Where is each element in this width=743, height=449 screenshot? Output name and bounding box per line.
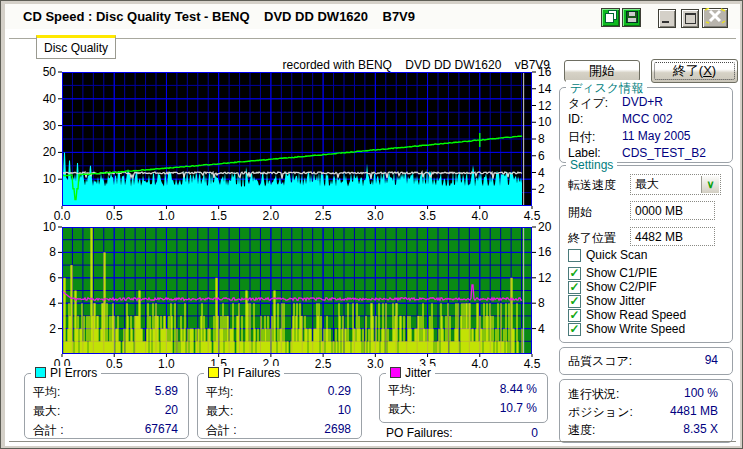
minimize-button[interactable] bbox=[658, 9, 676, 28]
axis-tick-label: 12 bbox=[538, 271, 551, 285]
progress-label: 進行状況: bbox=[568, 386, 619, 403]
pi-failures-caption: PI Failures bbox=[204, 366, 284, 380]
position-value: 4481 MB bbox=[670, 404, 718, 418]
axis-tick-label: 6 bbox=[30, 271, 56, 285]
pi-failures-legend-swatch bbox=[208, 367, 219, 378]
start-pos-value: 0000 MB bbox=[635, 204, 683, 218]
client-area: Disc Quality recorded with BENQ DVD DD D… bbox=[5, 29, 740, 446]
chevron-down-icon[interactable]: ∨ bbox=[701, 176, 719, 193]
checkbox-icon[interactable]: ✓ bbox=[568, 267, 581, 280]
axis-tick-label: 12 bbox=[538, 99, 551, 113]
disc-type-value: DVD+R bbox=[622, 95, 663, 109]
checkbox-label: Show Jitter bbox=[586, 294, 645, 308]
pi-failures-max: 10 bbox=[338, 403, 351, 417]
jitter-avg: 8.44 % bbox=[500, 382, 537, 396]
chart-canvas bbox=[62, 72, 532, 206]
quality-score-value: 94 bbox=[705, 353, 718, 367]
max-label: 最大: bbox=[206, 403, 233, 420]
axis-tick-label: 1.0 bbox=[149, 357, 183, 371]
recorded-with-label: recorded with BENQ DVD DD DW1620 vB7V9 bbox=[250, 58, 550, 72]
avg-label: 平均: bbox=[33, 384, 60, 401]
checkbox-show-jitter[interactable]: ✓ Show Jitter bbox=[568, 294, 645, 308]
axis-tick-label: 4.0 bbox=[463, 357, 497, 371]
disc-id-label: ID: bbox=[568, 112, 583, 126]
disc-date-label: 日付: bbox=[568, 129, 595, 146]
pi-failures-avg: 0.29 bbox=[328, 384, 351, 398]
maximize-button[interactable] bbox=[681, 9, 699, 28]
checkbox-label: Show C2/PIF bbox=[586, 280, 657, 294]
axis-tick-label: 2 bbox=[30, 322, 56, 336]
max-label: 最大: bbox=[33, 403, 60, 420]
axis-tick-label: 20 bbox=[30, 145, 56, 159]
checkbox-icon[interactable]: ✓ bbox=[568, 323, 581, 336]
checkbox-icon[interactable]: ✓ bbox=[568, 295, 581, 308]
save-icon bbox=[626, 9, 638, 27]
checkbox-show-c1-pie[interactable]: ✓ Show C1/PIE bbox=[568, 266, 657, 280]
axis-tick-label: 0.5 bbox=[97, 209, 131, 223]
quality-score-group: 品質スコア: 94 bbox=[559, 347, 733, 375]
focus-rect bbox=[654, 62, 735, 80]
checkbox-show-c2-pif[interactable]: ✓ Show C2/PIF bbox=[568, 280, 657, 294]
checkbox-quick-scan[interactable]: Quick Scan bbox=[568, 248, 647, 262]
transfer-speed-value: 最大 bbox=[635, 176, 659, 193]
axis-tick-label: 10 bbox=[30, 220, 56, 234]
exit-button[interactable]: 終了(X) bbox=[651, 59, 738, 83]
checkbox-label: Show C1/PIE bbox=[586, 266, 657, 280]
axis-tick-label: 14 bbox=[538, 82, 551, 96]
checkbox-icon[interactable]: ✓ bbox=[568, 309, 581, 322]
axis-tick-label: 10 bbox=[30, 172, 56, 186]
axis-tick-label: 8 bbox=[30, 245, 56, 259]
axis-tick-label: 6 bbox=[538, 149, 545, 163]
end-pos-field[interactable]: 4482 MB bbox=[630, 227, 715, 246]
axis-tick-label: 8 bbox=[538, 296, 545, 310]
transfer-speed-label: 転送速度 bbox=[568, 177, 616, 194]
settings-group: Settings 転送速度 最大 ∨ 開始 0000 MB 終了位置 4482 … bbox=[559, 165, 733, 343]
po-failures-value: 0 bbox=[455, 426, 538, 440]
pi-errors-caption: PI Errors bbox=[31, 366, 101, 380]
max-label: 最大: bbox=[388, 401, 415, 418]
checkbox-show-write-speed[interactable]: ✓ Show Write Speed bbox=[568, 322, 685, 336]
end-pos-label: 終了位置 bbox=[568, 230, 616, 247]
save-button[interactable] bbox=[622, 8, 641, 27]
axis-tick-label: 50 bbox=[30, 65, 56, 79]
copy-button[interactable] bbox=[601, 8, 620, 27]
pi-failures-group: PI Failures 平均: 0.29 最大: 10 合計 : 2698 bbox=[197, 373, 362, 439]
jitter-legend-swatch bbox=[390, 367, 401, 378]
pi-errors-legend-swatch bbox=[35, 367, 46, 378]
position-label: ポジション: bbox=[568, 404, 633, 421]
start-pos-label: 開始 bbox=[568, 204, 592, 221]
jitter-caption: Jitter bbox=[386, 366, 435, 380]
window-title: CD Speed : Disc Quality Test - BENQ DVD … bbox=[23, 9, 415, 24]
axis-tick-label: 2.0 bbox=[254, 209, 288, 223]
avg-label: 平均: bbox=[206, 384, 233, 401]
axis-tick-label: 30 bbox=[30, 119, 56, 133]
bottom-groove bbox=[9, 441, 736, 444]
pi-errors-total: 67674 bbox=[145, 422, 178, 436]
start-button-label: 開始 bbox=[589, 62, 615, 80]
start-button[interactable]: 開始 bbox=[564, 60, 640, 82]
checkbox-label: Quick Scan bbox=[586, 248, 647, 262]
pi-errors-avg: 5.89 bbox=[155, 384, 178, 398]
disc-date-value: 11 May 2005 bbox=[622, 129, 691, 143]
checkbox-icon[interactable]: ✓ bbox=[568, 281, 581, 294]
axis-tick-label: 4 bbox=[538, 322, 545, 336]
checkbox-icon[interactable] bbox=[568, 249, 581, 262]
axis-tick-label: 8 bbox=[538, 132, 545, 146]
jitter-max: 10.7 % bbox=[500, 401, 537, 415]
tab-disc-quality[interactable]: Disc Quality bbox=[36, 35, 116, 59]
axis-tick-label: 16 bbox=[538, 65, 551, 79]
status-group: 進行状況: 100 % ポジション: 4481 MB 速度: 8.35 X bbox=[559, 379, 733, 443]
start-pos-field[interactable]: 0000 MB bbox=[630, 201, 715, 220]
minimize-icon bbox=[662, 10, 672, 28]
close-button[interactable] bbox=[702, 8, 728, 28]
axis-tick-label: 2.5 bbox=[306, 209, 340, 223]
disc-label-value: CDS_TEST_B2 bbox=[622, 146, 706, 160]
settings-caption: Settings bbox=[566, 158, 617, 172]
total-label: 合計 : bbox=[206, 422, 237, 439]
checkbox-show-read-speed[interactable]: ✓ Show Read Speed bbox=[568, 308, 686, 322]
transfer-speed-combobox[interactable]: 最大 ∨ bbox=[630, 174, 721, 195]
app-window: CD Speed : Disc Quality Test - BENQ DVD … bbox=[0, 0, 743, 449]
pi-errors-group: PI Errors 平均: 5.89 最大: 20 合計 : 67674 bbox=[24, 373, 189, 439]
end-pos-value: 4482 MB bbox=[635, 230, 683, 244]
checkbox-label: Show Write Speed bbox=[586, 322, 685, 336]
